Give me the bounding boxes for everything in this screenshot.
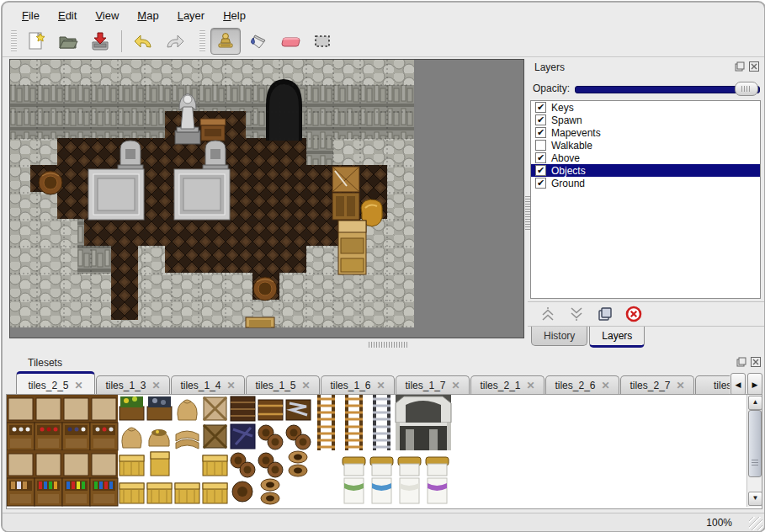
layer-checkbox[interactable]: ✔ [535,178,546,189]
float-panel-button[interactable] [736,356,746,367]
layer-row-objects[interactable]: ✔Objects [531,164,760,177]
map-canvas[interactable] [9,59,524,338]
toolbar [3,26,765,57]
opacity-slider[interactable] [575,81,758,96]
new-map-button[interactable] [22,29,50,54]
menu-view[interactable]: View [86,6,128,25]
close-panel-button[interactable] [750,356,761,367]
save-button[interactable] [86,29,114,54]
tilesets-panel-title: Tilesets [28,357,62,369]
new-document-icon [25,30,47,52]
layer-checkbox[interactable]: ✔ [535,114,546,125]
layer-row-spawn[interactable]: ✔Spawn [531,114,760,126]
undo-button[interactable] [129,29,157,54]
tab-close-icon[interactable]: ✕ [601,380,609,391]
duplicate-layer-button[interactable] [595,305,615,323]
raise-layer-icon [539,306,556,322]
tilesets-panel: Tilesets tiles_2_5✕ tiles_1_3✕ tiles_1_4… [6,354,764,513]
layer-row-keys[interactable]: ✔Keys [531,101,760,114]
toolbar-drag-handle-2[interactable] [199,30,205,52]
menu-layer[interactable]: Layer [168,6,215,25]
delete-layer-button[interactable] [624,305,644,323]
tab-scroll-left-button[interactable]: ◀ [730,373,746,396]
opacity-slider-handle[interactable] [735,82,758,96]
float-panel-button[interactable] [734,61,745,72]
layers-panel: Layers Opacity: ✔Keys ✔Spawn ✔Mapevents … [528,59,762,352]
save-icon [89,30,111,52]
layer-checkbox[interactable]: ✔ [535,127,546,138]
tab-close-icon[interactable]: ✕ [451,380,460,391]
barrel [39,171,62,194]
tileset-tab-tiles_1_6[interactable]: tiles_1_6✕ [321,375,395,395]
select-tool-button[interactable] [308,29,337,54]
layer-name: Walkable [551,140,592,152]
opacity-label: Opacity: [533,82,570,94]
status-bar: 100% [3,513,764,532]
tab-scroll-right-button[interactable]: ▶ [747,373,762,396]
lower-layer-button[interactable] [566,305,587,323]
stone-platform [174,169,230,220]
stamp-tool-button[interactable] [210,28,241,55]
layer-row-walkable[interactable]: Walkable [531,139,760,152]
menu-file[interactable]: File [13,6,49,25]
raise-layer-button[interactable] [538,305,558,323]
map-render [10,60,523,338]
eraser-tool-button[interactable] [276,29,305,54]
tileset-tab-tiles_2_7[interactable]: tiles_2_7✕ [620,375,694,395]
open-button[interactable] [54,29,82,54]
layer-checkbox[interactable]: ✔ [535,165,546,176]
zoom-level: 100% [706,517,732,529]
tileset-tab-tiles_1_3[interactable]: tiles_1_3✕ [96,375,170,395]
opacity-slider-track[interactable] [575,86,760,93]
layer-list: ✔Keys ✔Spawn ✔Mapevents Walkable ✔Above … [530,100,761,299]
layer-name: Spawn [551,114,582,126]
tileset-tab-tiles_1_5[interactable]: tiles_1_5✕ [246,375,320,395]
splitter-grip[interactable] [369,342,407,348]
tileset-tab-tiles_2_6[interactable]: tiles_2_6✕ [545,375,619,395]
lower-layer-icon [568,306,585,322]
layer-row-ground[interactable]: ✔Ground [531,177,760,189]
layer-checkbox[interactable]: ✔ [535,152,546,163]
tileset-canvas[interactable]: ▲ ▼ [6,394,762,509]
tab-close-icon[interactable]: ✕ [376,380,385,391]
tileset-scrollbar[interactable]: ▲ ▼ [746,395,762,507]
tab-history[interactable]: History [531,327,587,346]
tab-close-icon[interactable]: ✕ [226,380,235,391]
layer-row-above[interactable]: ✔Above [531,152,760,164]
tab-close-icon[interactable]: ✕ [74,380,82,391]
menu-edit[interactable]: Edit [49,6,86,25]
tab-close-icon[interactable]: ✕ [301,380,310,391]
tileset-tab-tiles_1_4[interactable]: tiles_1_4✕ [171,375,245,395]
layer-checkbox[interactable] [535,140,546,151]
tab-close-icon[interactable]: ✕ [676,380,684,391]
tileset-tab-tiles_2_1[interactable]: tiles_2_1✕ [470,375,545,395]
layer-row-mapevents[interactable]: ✔Mapevents [531,126,760,139]
tab-close-icon[interactable]: ✕ [151,380,160,391]
layers-panel-header: Layers [528,59,762,76]
tab-layers[interactable]: Layers [589,327,645,348]
open-folder-icon [57,30,79,52]
tileset-tab-clipped[interactable]: tiles_ [695,375,730,395]
tileset-tab-tiles_1_7[interactable]: tiles_1_7✕ [396,375,470,395]
horizontal-splitter[interactable] [9,338,523,350]
table [200,119,226,141]
close-panel-button[interactable] [748,61,759,72]
tileset-tab-tiles_2_5[interactable]: tiles_2_5✕ [16,371,95,395]
tileset-render [7,395,746,507]
gravestone [118,141,143,169]
scrollbar-thumb[interactable] [748,410,762,477]
layer-name: Mapevents [551,127,601,139]
menu-map[interactable]: Map [128,6,167,25]
scroll-down-button[interactable]: ▼ [748,492,762,506]
stamp-tool-icon [215,31,236,51]
layer-name: Keys [551,102,574,114]
fill-tool-button[interactable] [244,29,273,54]
toolbar-drag-handle[interactable] [11,30,17,52]
redo-button[interactable] [161,29,189,54]
resize-grip[interactable] [749,517,762,530]
tab-close-icon[interactable]: ✕ [526,380,534,391]
scroll-up-button[interactable]: ▲ [748,396,762,410]
wooden-shelf [338,221,366,274]
menu-help[interactable]: Help [214,6,255,25]
layer-checkbox[interactable]: ✔ [535,102,546,113]
